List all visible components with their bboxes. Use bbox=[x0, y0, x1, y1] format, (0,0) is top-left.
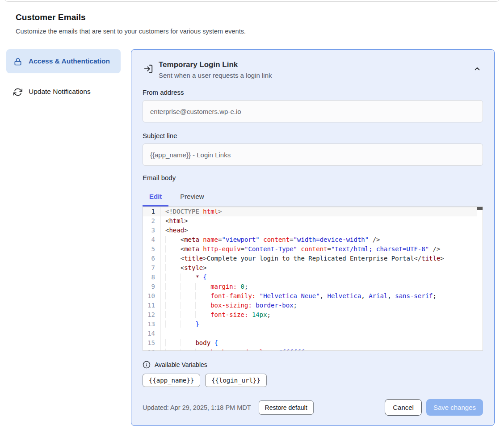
sidebar-item-access-authentication[interactable]: Access & Authentication bbox=[6, 49, 121, 73]
code-line[interactable]: 8 * { bbox=[143, 273, 483, 282]
code-lines: 1<!DOCTYPE html>2<html>3<head>4 <meta na… bbox=[143, 207, 483, 351]
page-title: Customer Emails bbox=[16, 13, 504, 22]
code-line[interactable]: 4 <meta name="viewport" content="width=d… bbox=[143, 235, 483, 244]
from-address-input[interactable] bbox=[143, 100, 483, 122]
code-line[interactable]: 3<head> bbox=[143, 226, 483, 235]
panel-header: Temporary Login Link Sent when a user re… bbox=[143, 60, 483, 79]
code-line[interactable]: 6 <title>Complete your login to the Repl… bbox=[143, 254, 483, 263]
panel-title: Temporary Login Link bbox=[159, 60, 272, 69]
email-body-tabs: Edit Preview bbox=[143, 188, 483, 206]
code-line[interactable]: 15 body { bbox=[143, 338, 483, 348]
code-line[interactable]: 2<html> bbox=[143, 216, 483, 226]
code-editor[interactable]: 1<!DOCTYPE html>2<html>3<head>4 <meta na… bbox=[143, 206, 483, 351]
editor-scrollbar[interactable] bbox=[477, 207, 483, 350]
collapse-button[interactable] bbox=[471, 60, 483, 77]
code-line[interactable]: 9 margin: 0; bbox=[143, 282, 483, 291]
restore-default-button[interactable]: Restore default bbox=[259, 400, 314, 415]
lock-icon bbox=[13, 57, 22, 66]
page-header: Customer Emails Customize the emails tha… bbox=[16, 13, 504, 35]
chevron-up-icon bbox=[473, 65, 481, 73]
code-line[interactable]: 11 box-sizing: border-box; bbox=[143, 301, 483, 310]
sidebar-item-label: Access & Authentication bbox=[29, 56, 110, 67]
code-line[interactable]: 7 <style> bbox=[143, 263, 483, 273]
code-line[interactable]: 12 font-size: 14px; bbox=[143, 310, 483, 320]
code-line[interactable]: 16 background-color: #ffffff; bbox=[143, 348, 483, 351]
save-changes-button[interactable]: Save changes bbox=[426, 399, 483, 416]
subject-line-input[interactable] bbox=[143, 143, 483, 166]
variable-chip-login-url[interactable]: {{login_url}} bbox=[205, 374, 267, 387]
from-address-label: From address bbox=[143, 88, 483, 96]
editor-scrollbar-thumb[interactable] bbox=[477, 207, 483, 210]
email-types-sidebar: Access & Authentication Update Notificat… bbox=[6, 49, 121, 426]
panel-footer: Updated: Apr 29, 2025, 1:18 PM MDT Resto… bbox=[143, 399, 483, 416]
tab-preview[interactable]: Preview bbox=[173, 188, 210, 206]
updated-timestamp: Updated: Apr 29, 2025, 1:18 PM MDT bbox=[143, 404, 251, 411]
code-line[interactable]: 1<!DOCTYPE html> bbox=[143, 207, 483, 216]
code-line[interactable]: 13 } bbox=[143, 320, 483, 329]
code-line[interactable]: 5 <meta http-equiv="Content-Type" conten… bbox=[143, 244, 483, 254]
page-subtitle: Customize the emails that are sent to yo… bbox=[16, 28, 504, 35]
email-body-label: Email body bbox=[143, 174, 483, 181]
email-config-panel: Temporary Login Link Sent when a user re… bbox=[131, 49, 495, 426]
variable-chip-app-name[interactable]: {{app_name}} bbox=[143, 374, 200, 387]
info-icon bbox=[143, 361, 151, 369]
sidebar-item-update-notifications[interactable]: Update Notifications bbox=[6, 80, 121, 104]
tab-edit[interactable]: Edit bbox=[143, 188, 168, 206]
sidebar-item-label: Update Notifications bbox=[29, 86, 91, 97]
cancel-button[interactable]: Cancel bbox=[385, 399, 422, 416]
refresh-icon bbox=[13, 88, 22, 97]
previous-card-edge bbox=[4, 0, 500, 2]
code-line[interactable]: 10 font-family: "Helvetica Neue", Helvet… bbox=[143, 291, 483, 301]
login-icon bbox=[143, 64, 153, 74]
panel-title-block: Temporary Login Link Sent when a user re… bbox=[159, 60, 272, 79]
available-variables-label: Available Variables bbox=[155, 361, 207, 368]
code-line[interactable]: 14 bbox=[143, 329, 483, 338]
panel-subtitle: Sent when a user requests a login link bbox=[159, 72, 272, 79]
subject-line-label: Subject line bbox=[143, 132, 483, 139]
